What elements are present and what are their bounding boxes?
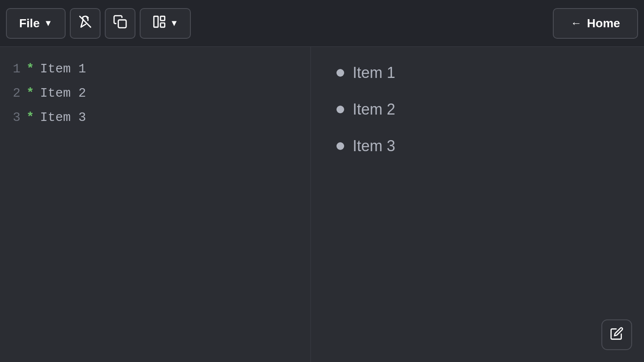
toolbar-right: ← Home [553, 8, 638, 39]
editor-line-2: 2 * Item 2 [9, 84, 302, 103]
file-menu-button[interactable]: File ▼ [6, 8, 66, 39]
line-number-3: 3 [9, 108, 20, 127]
svg-rect-1 [154, 16, 158, 27]
list-item-2: Item 2 [336, 101, 618, 118]
toolbar-left: File ▼ [6, 8, 549, 39]
preview-item-text-1: Item 1 [353, 64, 395, 82]
toolbar: File ▼ [0, 0, 644, 47]
svg-rect-3 [161, 23, 165, 27]
back-arrow-icon: ← [571, 17, 582, 30]
bullet-icon-3 [336, 142, 344, 150]
editor-line-1: 1 * Item 1 [9, 60, 302, 79]
pen-icon [610, 327, 624, 343]
line-text-3: Item 3 [40, 108, 86, 127]
broom-icon [78, 14, 92, 32]
list-item-3: Item 3 [336, 137, 618, 155]
line-bullet-3: * [26, 108, 34, 127]
line-number-1: 1 [9, 60, 20, 79]
layout-chevron-icon: ▼ [170, 18, 178, 28]
preview-item-text-2: Item 2 [353, 101, 395, 118]
home-label: Home [587, 17, 620, 30]
line-bullet-2: * [26, 84, 34, 103]
main-content: 1 * Item 1 2 * Item 2 3 * Item 3 Item 1 … [0, 47, 644, 362]
editor-pane[interactable]: 1 * Item 1 2 * Item 2 3 * Item 3 [0, 47, 311, 362]
line-text-1: Item 1 [40, 60, 86, 79]
edit-fab-button[interactable] [601, 319, 632, 350]
file-chevron-icon: ▼ [44, 18, 52, 28]
line-number-2: 2 [9, 84, 20, 103]
home-button[interactable]: ← Home [553, 8, 638, 39]
line-text-2: Item 2 [40, 84, 86, 103]
preview-item-text-3: Item 3 [353, 137, 395, 155]
line-bullet-1: * [26, 60, 34, 79]
copy-icon [113, 14, 127, 32]
broom-button[interactable] [70, 8, 101, 39]
svg-rect-0 [118, 20, 126, 28]
copy-button[interactable] [105, 8, 135, 39]
svg-rect-2 [161, 16, 165, 20]
bullet-icon-1 [336, 69, 344, 77]
preview-pane: Item 1 Item 2 Item 3 [311, 47, 644, 362]
file-label: File [19, 17, 40, 30]
layout-icon [152, 14, 167, 32]
preview-list: Item 1 Item 2 Item 3 [336, 64, 618, 155]
list-item-1: Item 1 [336, 64, 618, 82]
editor-line-3: 3 * Item 3 [9, 108, 302, 127]
bullet-icon-2 [336, 106, 344, 113]
layout-menu-button[interactable]: ▼ [140, 8, 191, 39]
